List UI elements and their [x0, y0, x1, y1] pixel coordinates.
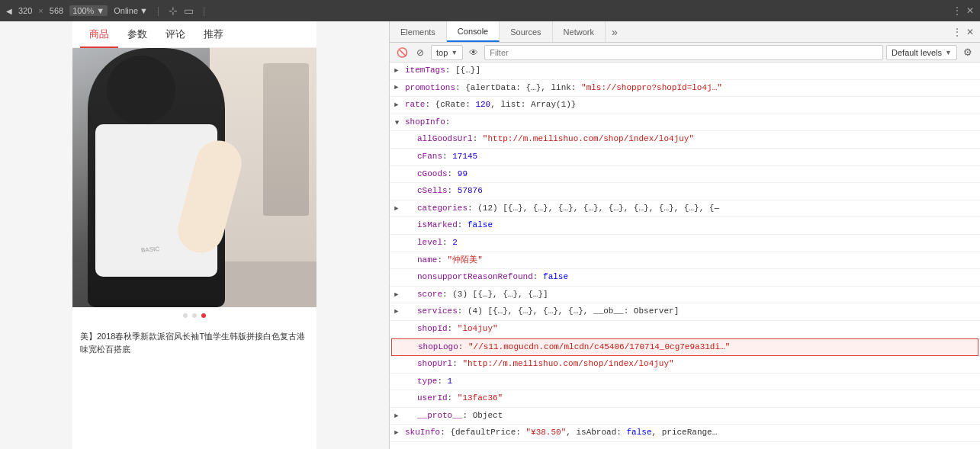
tab-params[interactable]: 参数: [118, 21, 156, 47]
dot-2[interactable]: [192, 313, 197, 318]
zoom-select[interactable]: 100% ▼: [69, 5, 108, 16]
more-tools-icon[interactable]: ⋮: [953, 5, 962, 16]
expand-icon[interactable]: ►: [394, 100, 398, 111]
console-output: ► itemTags: [{…}] ► promotions: {alertDa…: [390, 63, 980, 449]
top-toolbar: ◀ 320 × 568 100% ▼ Online ▼ | ⊹ ▭ | ⋮ ✕: [0, 0, 980, 21]
console-line-shopid[interactable]: shopId: "lo4juy": [390, 321, 980, 338]
tab-network[interactable]: Network: [553, 21, 606, 42]
image-dots: [72, 307, 316, 324]
device-width: 320: [18, 6, 32, 15]
filter-input[interactable]: [484, 45, 883, 60]
product-description: 美】2018春秋季新款派宿风长袖T恤学生韩版拼接白色复古港味宽松百搭底: [72, 324, 316, 361]
tab-elements[interactable]: Elements: [390, 21, 447, 42]
tab-recommend[interactable]: 推荐: [194, 21, 233, 47]
console-line-rate[interactable]: ► rate: {cRate: 120, list: Array(1)}: [390, 97, 980, 114]
tab-reviews[interactable]: 评论: [156, 21, 194, 47]
console-line-ismarked[interactable]: isMarked: false: [390, 217, 980, 235]
toolbar-right-icons: ⋮ ✕: [953, 5, 974, 16]
console-line-name[interactable]: name: "仲陌美": [390, 252, 980, 270]
tab-more[interactable]: »: [606, 21, 624, 42]
close-devtools-icon[interactable]: ✕: [966, 5, 974, 16]
tab-sources[interactable]: Sources: [500, 21, 552, 42]
devtools-toolbar: 🚫 ⊘ top ▼ 👁 Default levels ▼ ⚙: [390, 43, 980, 63]
console-line-cgoods[interactable]: cGoods: 99: [390, 166, 980, 184]
levels-arrow-icon: ▼: [945, 49, 952, 56]
console-line-services[interactable]: ► services: (4) [{…}, {…}, {…}, {…}, __o…: [390, 303, 980, 321]
dot-3[interactable]: [201, 313, 206, 318]
clear-console-btn[interactable]: 🚫: [394, 45, 410, 60]
console-line-cfans[interactable]: cFans: 17145: [390, 149, 980, 166]
product-tab-bar: 商品 参数 评论 推荐: [72, 21, 316, 48]
left-panel: 商品 参数 评论 推荐 BASIC: [0, 21, 389, 449]
expand-icon[interactable]: ►: [394, 289, 398, 300]
expand-icon[interactable]: ►: [394, 306, 398, 317]
devtools-more-icon[interactable]: ⋮: [953, 27, 962, 37]
console-line-userid[interactable]: userId: "13fac36": [390, 390, 980, 408]
main-area: 商品 参数 评论 推荐 BASIC: [0, 21, 980, 449]
stop-btn[interactable]: ⊘: [413, 45, 428, 60]
expand-icon[interactable]: ►: [394, 66, 398, 76]
toolbar-sep-1: |: [157, 5, 159, 16]
expand-icon[interactable]: ►: [394, 410, 398, 421]
settings-icon[interactable]: ⚙: [960, 45, 975, 60]
context-selector[interactable]: top ▼: [431, 45, 463, 60]
console-line-level[interactable]: level: 2: [390, 235, 980, 252]
console-line-allgoodsurl[interactable]: allGoodsUrl: "http://m.meilishuo.com/sho…: [390, 131, 980, 149]
console-line-categories[interactable]: ► categories: (12) [{…}, {…}, {…}, {…}, …: [390, 200, 980, 218]
dimension-separator: ×: [38, 6, 43, 15]
levels-select[interactable]: Default levels ▼: [886, 45, 957, 60]
tab-console[interactable]: Console: [447, 21, 500, 42]
console-line-score[interactable]: ► score: (3) [{…}, {…}, {…}]: [390, 287, 980, 304]
eye-icon[interactable]: 👁: [466, 45, 481, 60]
devtools-tab-bar: Elements Console Sources Network » ⋮ ✕: [390, 21, 980, 43]
phone-frame: 商品 参数 评论 推荐 BASIC: [72, 21, 316, 449]
expand-icon[interactable]: ►: [391, 120, 402, 124]
console-line-promotions[interactable]: ► promotions: {alertData: {…}, link: "ml…: [390, 80, 980, 98]
shirt-text: BASIC: [141, 245, 160, 254]
console-line-shoplogo[interactable]: shopLogo: "//s11.mogucdn.com/mlcdn/c4540…: [391, 338, 978, 357]
device-height: 568: [50, 6, 63, 15]
context-arrow-icon: ▼: [451, 49, 458, 56]
device-mode-icon[interactable]: ▭: [184, 5, 194, 17]
expand-icon[interactable]: ►: [394, 428, 398, 438]
console-line-type[interactable]: type: 1: [390, 374, 980, 391]
expand-icon[interactable]: ►: [394, 82, 398, 93]
console-line-itemtags[interactable]: ► itemTags: [{…}]: [390, 63, 980, 80]
console-line-proto[interactable]: ► __proto__: Object: [390, 408, 980, 425]
cursor-icon[interactable]: ⊹: [169, 5, 178, 17]
console-line-skuinfo[interactable]: ► skuInfo: {defaultPrice: "¥38.50", isAb…: [390, 425, 980, 442]
toolbar-sep-2: |: [203, 5, 205, 16]
console-line-nonsupport[interactable]: nonsupportReasonRefound: false: [390, 269, 980, 287]
console-line-shopurl[interactable]: shopUrl: "http://m.meilishuo.com/shop/in…: [390, 356, 980, 374]
product-image: BASIC: [72, 48, 316, 307]
expand-icon[interactable]: ►: [394, 203, 398, 213]
network-select[interactable]: Online ▼: [114, 6, 148, 15]
devtools-right-icons: ⋮ ✕: [953, 21, 980, 42]
toolbar-back-icon[interactable]: ◀: [6, 7, 12, 15]
devtools-close-icon[interactable]: ✕: [966, 27, 974, 37]
devtools-panel: Elements Console Sources Network » ⋮ ✕ 🚫…: [389, 21, 980, 449]
dot-1[interactable]: [183, 313, 188, 318]
tab-product[interactable]: 商品: [80, 21, 118, 47]
console-line-csells[interactable]: cSells: 57876: [390, 183, 980, 200]
console-line-shopinfo[interactable]: ► shopInfo:: [390, 114, 980, 132]
